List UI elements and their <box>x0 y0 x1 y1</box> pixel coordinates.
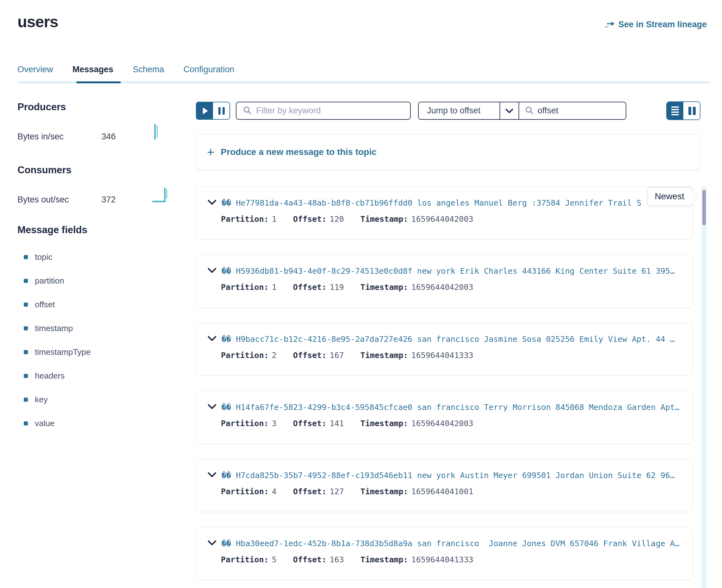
page-title: users <box>17 13 58 31</box>
bullet-icon <box>24 398 28 402</box>
play-icon <box>203 107 208 114</box>
timestamp-value: 1659644041001 <box>411 487 474 496</box>
offset-value: 167 <box>330 351 344 360</box>
expand-chevron-icon[interactable] <box>208 404 216 411</box>
expand-chevron-icon[interactable] <box>208 540 216 547</box>
message-meta: Partition:1 Offset:119 Timestamp:1659644… <box>221 282 681 292</box>
message-card[interactable]: �� H9bacc71c-b12c-4216-8e95-2a7da727e426… <box>196 323 693 376</box>
filter-input-wrap <box>236 102 411 120</box>
message-fields-list: topic partition offset timestamp timesta… <box>17 252 196 428</box>
timestamp-value: 1659644041333 <box>411 351 474 360</box>
bytes-out-sparkline <box>152 186 172 205</box>
offset-search-input[interactable] <box>538 106 620 115</box>
play-button[interactable] <box>197 102 213 119</box>
consumers-metric-row: Bytes out/sec 372 <box>17 186 196 205</box>
message-card[interactable]: �� He77981da-4a43-48ab-b8f8-cb71b96ffdd0… <box>196 187 693 239</box>
bytes-in-value: 346 <box>101 132 152 142</box>
tab-bar: Overview Messages Schema Configuration <box>17 65 709 83</box>
message-card[interactable]: �� H7cda825b-35b7-4952-88ef-c193d546eb11… <box>196 459 693 512</box>
produce-message-button[interactable]: + Produce a new message to this topic <box>196 134 700 170</box>
pause-button[interactable] <box>213 102 229 119</box>
offset-value: 120 <box>330 214 344 224</box>
partition-value: 2 <box>272 351 277 360</box>
expand-chevron-icon[interactable] <box>208 472 216 479</box>
offset-value: 119 <box>330 282 344 292</box>
chevron-down-icon[interactable] <box>499 102 518 119</box>
view-toggle-group <box>666 101 700 120</box>
offset-value: 127 <box>330 487 344 496</box>
message-meta: Partition:4 Offset:127 Timestamp:1659644… <box>221 487 681 496</box>
message-card[interactable]: �� Hba30eed7-1edc-452b-8b1a-738d3b5d8a9a… <box>196 527 693 580</box>
expand-chevron-icon[interactable] <box>208 336 216 343</box>
scrollbar-thumb[interactable] <box>702 190 706 225</box>
message-key: �� He77981da-4a43-48ab-b8f8-cb71b96ffdd0… <box>222 198 681 208</box>
bullet-icon <box>24 255 28 259</box>
field-item-value: value <box>17 419 196 428</box>
offset-search-wrap <box>519 102 626 120</box>
message-meta: Partition:3 Offset:141 Timestamp:1659644… <box>221 419 681 428</box>
split-view-button[interactable] <box>683 102 700 120</box>
message-card[interactable]: �� H5936db81-b943-4e0f-8c29-74513e0c0d8f… <box>196 255 693 308</box>
message-key: �� H9bacc71c-b12c-4216-8e95-2a7da727e426… <box>222 335 681 344</box>
offset-value: 163 <box>330 555 344 564</box>
partition-value: 4 <box>272 487 277 496</box>
producers-heading: Producers <box>17 101 196 113</box>
message-key: �� H5936db81-b943-4e0f-8c29-74513e0c0d8f… <box>222 267 681 276</box>
stream-lineage-label: See in Stream lineage <box>618 20 707 29</box>
field-item-timestampType: timestampType <box>17 347 196 357</box>
partition-value: 3 <box>272 419 277 428</box>
header: users See in Stream lineage <box>0 0 722 31</box>
producers-metric-row: Bytes in/sec 346 <box>17 123 196 142</box>
newest-tooltip-label: Newest <box>655 191 684 201</box>
bytes-out-label: Bytes out/sec <box>17 195 101 205</box>
message-key: �� Hba30eed7-1edc-452b-8b1a-738d3b5d8a9a… <box>222 539 681 548</box>
toolbar: Jump to offset <box>196 101 700 120</box>
field-item-key: key <box>17 395 196 404</box>
tab-schema[interactable]: Schema <box>133 65 164 75</box>
field-item-offset: offset <box>17 300 196 310</box>
newest-tooltip: Newest <box>647 187 692 206</box>
message-meta: Partition:1 Offset:120 Timestamp:1659644… <box>221 214 681 224</box>
bullet-icon <box>24 279 28 283</box>
bytes-in-sparkline <box>152 123 160 142</box>
timestamp-value: 1659644042003 <box>411 282 474 292</box>
message-card[interactable]: �� H14fa67fe-5823-4299-b3c4-595845cfcae0… <box>196 391 693 444</box>
message-fields-heading: Message fields <box>17 224 196 236</box>
jump-to-offset-select: Jump to offset <box>418 102 519 120</box>
tab-messages[interactable]: Messages <box>73 65 114 75</box>
partition-value: 5 <box>272 555 277 564</box>
search-icon <box>525 106 534 116</box>
produce-message-label: Produce a new message to this topic <box>221 147 376 157</box>
timestamp-value: 1659644042003 <box>411 214 474 224</box>
dashed-arrow-icon <box>604 20 615 29</box>
message-key: �� H14fa67fe-5823-4299-b3c4-595845cfcae0… <box>222 403 681 412</box>
bullet-icon <box>24 302 28 307</box>
bytes-out-value: 372 <box>101 195 152 205</box>
field-item-timestamp: timestamp <box>17 323 196 333</box>
list-view-icon <box>671 106 679 115</box>
message-meta: Partition:2 Offset:167 Timestamp:1659644… <box>221 351 681 360</box>
tab-configuration[interactable]: Configuration <box>184 65 234 75</box>
offset-value: 141 <box>330 419 344 428</box>
expand-chevron-icon[interactable] <box>208 268 216 275</box>
message-key: �� H7cda825b-35b7-4952-88ef-c193d546eb11… <box>222 471 681 480</box>
filter-input[interactable] <box>256 106 404 115</box>
timestamp-value: 1659644041333 <box>411 555 474 564</box>
main-panel: Jump to offset <box>196 101 700 588</box>
split-view-icon <box>688 107 696 115</box>
stream-lineage-link[interactable]: See in Stream lineage <box>604 20 707 29</box>
play-pause-group <box>196 102 230 120</box>
bullet-icon <box>24 374 28 378</box>
search-icon <box>243 106 252 116</box>
jump-to-offset-label[interactable]: Jump to offset <box>419 102 499 119</box>
tab-overview[interactable]: Overview <box>17 65 53 75</box>
message-list: �� He77981da-4a43-48ab-b8f8-cb71b96ffdd0… <box>196 187 700 580</box>
message-meta: Partition:5 Offset:163 Timestamp:1659644… <box>221 555 681 564</box>
expand-chevron-icon[interactable] <box>208 200 216 207</box>
scrollbar-track[interactable] <box>701 187 707 588</box>
bullet-icon <box>24 326 28 331</box>
list-view-button[interactable] <box>667 102 683 120</box>
field-item-headers: headers <box>17 371 196 381</box>
field-item-partition: partition <box>17 276 196 286</box>
field-item-topic: topic <box>17 252 196 262</box>
